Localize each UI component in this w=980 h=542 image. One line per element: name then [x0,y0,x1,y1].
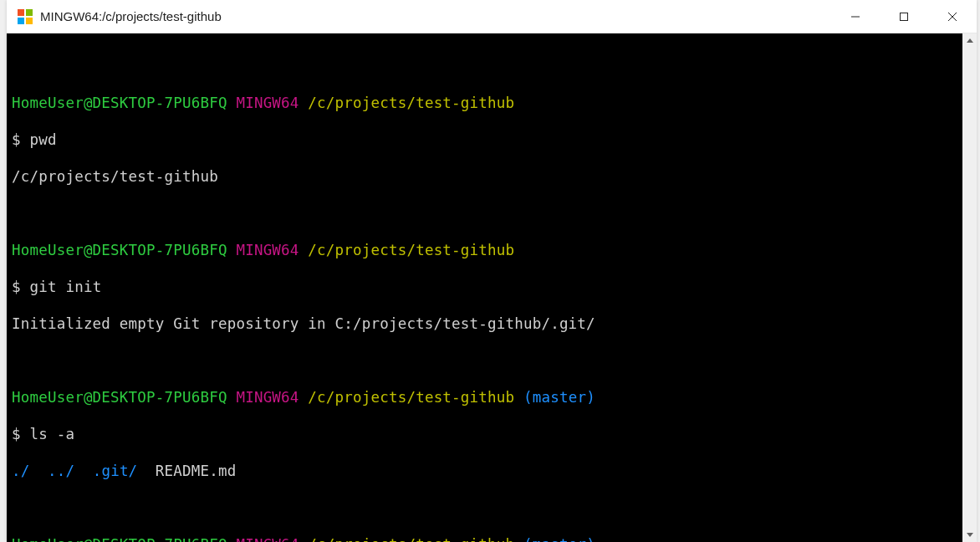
command-ls: ls -a [30,426,75,442]
prompt-env: MINGW64 [236,95,299,111]
prompt-userhost: HomeUser@DESKTOP-7PU6BFQ [12,242,227,258]
svg-rect-0 [18,9,24,16]
terminal-area: HomeUser@DESKTOP-7PU6BFQ MINGW64 /c/proj… [7,33,977,542]
svg-rect-5 [901,13,908,21]
window-controls [831,0,977,33]
prompt-symbol: $ [12,279,21,295]
prompt-env: MINGW64 [236,242,299,258]
minimize-button[interactable] [831,0,880,33]
scroll-up-arrow-icon[interactable] [962,33,977,48]
svg-rect-2 [18,18,24,24]
command-git-init: git init [30,279,102,295]
ls-entry-git: .git/ [93,463,138,479]
svg-rect-3 [26,18,33,24]
prompt-symbol: $ [12,426,21,442]
window-title: MINGW64:/c/projects/test-github [40,0,831,33]
prompt-userhost: HomeUser@DESKTOP-7PU6BFQ [12,536,227,542]
svg-marker-8 [967,38,973,43]
app-icon [17,8,33,25]
prompt-env: MINGW64 [236,536,299,542]
terminal-output[interactable]: HomeUser@DESKTOP-7PU6BFQ MINGW64 /c/proj… [7,33,962,542]
terminal-window: MINGW64:/c/projects/test-github HomeUser… [7,0,977,542]
ls-entry-readme: README.md [156,463,237,479]
scroll-down-arrow-icon[interactable] [962,528,977,542]
vertical-scrollbar[interactable] [962,33,977,542]
prompt-symbol: $ [12,131,21,148]
output-git-init: Initialized empty Git repository in C:/p… [12,315,595,332]
ls-entry-dot: ./ [12,463,29,479]
close-button[interactable] [928,0,977,33]
prompt-path: /c/projects/test-github [308,95,514,111]
prompt-userhost: HomeUser@DESKTOP-7PU6BFQ [12,95,227,111]
prompt-path: /c/projects/test-github [308,242,514,258]
svg-rect-1 [26,9,33,16]
output-pwd: /c/projects/test-github [12,168,218,185]
prompt-branch: (master) [523,536,595,542]
titlebar: MINGW64:/c/projects/test-github [7,0,977,33]
command-pwd: pwd [30,131,57,148]
prompt-path: /c/projects/test-github [308,389,514,406]
prompt-userhost: HomeUser@DESKTOP-7PU6BFQ [12,389,227,406]
prompt-path: /c/projects/test-github [308,536,514,542]
prompt-env: MINGW64 [236,389,299,406]
ls-entry-dotdot: ../ [48,463,74,479]
prompt-branch: (master) [523,389,595,406]
maximize-button[interactable] [880,0,928,33]
svg-marker-9 [967,533,973,537]
